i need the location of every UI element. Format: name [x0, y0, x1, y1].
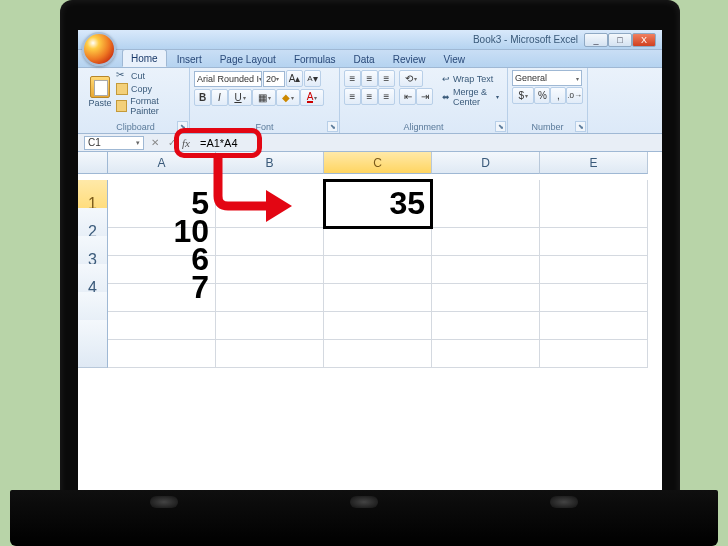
minimize-button[interactable]: _ — [584, 33, 608, 47]
spreadsheet-grid[interactable]: A B C D E 1 5 35 2 10 3 6 — [78, 152, 662, 492]
font-name-combo[interactable]: Arial Rounded I▾ — [194, 71, 262, 87]
cut-button[interactable]: Cut — [116, 70, 185, 82]
ribbon-tabs: Home Insert Page Layout Formulas Data Re… — [78, 50, 662, 68]
scissors-icon — [116, 70, 128, 82]
number-launcher[interactable]: ⬊ — [575, 121, 586, 132]
hinge-icon — [150, 496, 178, 508]
title-bar: Book3 - Microsoft Excel _ □ X — [78, 30, 662, 50]
fx-icon[interactable]: fx — [182, 137, 190, 149]
cell-C1[interactable]: 35 — [324, 180, 432, 228]
group-clipboard-label: Clipboard — [86, 121, 185, 133]
align-top-button[interactable]: ≡ — [344, 70, 361, 87]
cancel-formula-button[interactable]: ✕ — [148, 136, 162, 150]
formula-bar: C1 ▾ ✕ ✓ fx =A1*A4 — [78, 134, 662, 152]
name-box[interactable]: C1 ▾ — [84, 136, 144, 150]
tab-review[interactable]: Review — [385, 51, 434, 67]
tab-data[interactable]: Data — [346, 51, 383, 67]
font-launcher[interactable]: ⬊ — [327, 121, 338, 132]
bold-button[interactable]: B — [194, 89, 211, 106]
copy-button[interactable]: Copy — [116, 83, 185, 95]
group-font-label: Font — [194, 121, 335, 133]
shrink-font-button[interactable]: A▾ — [304, 70, 321, 87]
tab-home[interactable]: Home — [122, 49, 167, 67]
underline-button[interactable]: U▾ — [228, 89, 252, 106]
accept-formula-button[interactable]: ✓ — [165, 136, 179, 150]
italic-button[interactable]: I — [211, 89, 228, 106]
orientation-icon: ⟲ — [405, 73, 413, 84]
row-header-6[interactable] — [78, 320, 108, 368]
decrease-indent-button[interactable]: ⇤ — [399, 88, 416, 105]
col-header-B[interactable]: B — [216, 152, 324, 174]
tab-page-layout[interactable]: Page Layout — [212, 51, 284, 67]
paste-label: Paste — [88, 98, 111, 108]
group-clipboard: Paste Cut Copy Format Painter Clipboard … — [82, 68, 190, 133]
accounting-button[interactable]: $▾ — [512, 87, 534, 104]
font-color-icon: A — [307, 93, 314, 103]
group-alignment-label: Alignment — [344, 121, 503, 133]
ribbon: Paste Cut Copy Format Painter Clipboard … — [78, 68, 662, 134]
grow-font-button[interactable]: A▴ — [286, 70, 303, 87]
align-bottom-button[interactable]: ≡ — [378, 70, 395, 87]
formula-input[interactable]: =A1*A4 — [194, 137, 244, 149]
group-alignment: ≡ ≡ ≡ ⟲▾ ≡ ≡ ≡ ⇤ ⇥ — [340, 68, 508, 133]
increase-decimal-button[interactable]: .0→ — [566, 87, 583, 104]
align-center-button[interactable]: ≡ — [361, 88, 378, 105]
laptop-frame: Book3 - Microsoft Excel _ □ X Home Inser… — [60, 0, 680, 510]
excel-window: Book3 - Microsoft Excel _ □ X Home Inser… — [78, 30, 662, 492]
office-button[interactable] — [82, 32, 116, 66]
tab-formulas[interactable]: Formulas — [286, 51, 344, 67]
wrap-text-button[interactable]: ↩Wrap Text — [438, 70, 503, 87]
cell-A6[interactable] — [108, 320, 216, 368]
increase-indent-button[interactable]: ⇥ — [416, 88, 433, 105]
bucket-icon: ◆ — [282, 92, 290, 103]
select-all-corner[interactable] — [78, 152, 108, 174]
cell-D6[interactable] — [432, 320, 540, 368]
copy-icon — [116, 83, 128, 95]
maximize-button[interactable]: □ — [608, 33, 632, 47]
font-color-button[interactable]: A▾ — [300, 89, 324, 106]
col-header-E[interactable]: E — [540, 152, 648, 174]
window-controls: _ □ X — [584, 33, 656, 47]
close-button[interactable]: X — [632, 33, 656, 47]
merge-icon: ⬌ — [442, 92, 450, 102]
border-button[interactable]: ▦▾ — [252, 89, 276, 106]
percent-button[interactable]: % — [534, 87, 550, 104]
name-box-value: C1 — [88, 137, 101, 148]
orientation-button[interactable]: ⟲▾ — [399, 70, 423, 87]
cell-B6[interactable] — [216, 320, 324, 368]
hinge-icon — [350, 496, 378, 508]
tab-insert[interactable]: Insert — [169, 51, 210, 67]
group-number: General▾ $▾ % , .0→ Number ⬊ — [508, 68, 588, 133]
comma-button[interactable]: , — [550, 87, 566, 104]
group-font: Arial Rounded I▾ 20▾ A▴ A▾ B I U▾ ▦▾ ◆▾ … — [190, 68, 340, 133]
paste-icon — [90, 76, 110, 98]
hinge-icon — [550, 496, 578, 508]
tab-view[interactable]: View — [435, 51, 473, 67]
merge-center-button[interactable]: ⬌Merge & Center▾ — [438, 88, 503, 105]
number-format-combo[interactable]: General▾ — [512, 70, 582, 86]
align-middle-button[interactable]: ≡ — [361, 70, 378, 87]
cell-C6[interactable] — [324, 320, 432, 368]
fill-color-button[interactable]: ◆▾ — [276, 89, 300, 106]
laptop-base — [10, 490, 718, 546]
clipboard-launcher[interactable]: ⬊ — [177, 121, 188, 132]
col-header-A[interactable]: A — [108, 152, 216, 174]
group-number-label: Number — [512, 121, 583, 133]
align-right-button[interactable]: ≡ — [378, 88, 395, 105]
window-title: Book3 - Microsoft Excel — [473, 34, 578, 45]
border-icon: ▦ — [258, 92, 267, 103]
col-header-C[interactable]: C — [324, 152, 432, 174]
font-size-combo[interactable]: 20▾ — [263, 71, 285, 87]
cell-E6[interactable] — [540, 320, 648, 368]
col-header-D[interactable]: D — [432, 152, 540, 174]
paste-button[interactable]: Paste — [86, 70, 114, 114]
name-box-dropdown-icon: ▾ — [136, 139, 140, 147]
wrap-icon: ↩ — [442, 74, 450, 84]
align-left-button[interactable]: ≡ — [344, 88, 361, 105]
brush-icon — [116, 100, 127, 112]
format-painter-button[interactable]: Format Painter — [116, 96, 185, 116]
alignment-launcher[interactable]: ⬊ — [495, 121, 506, 132]
